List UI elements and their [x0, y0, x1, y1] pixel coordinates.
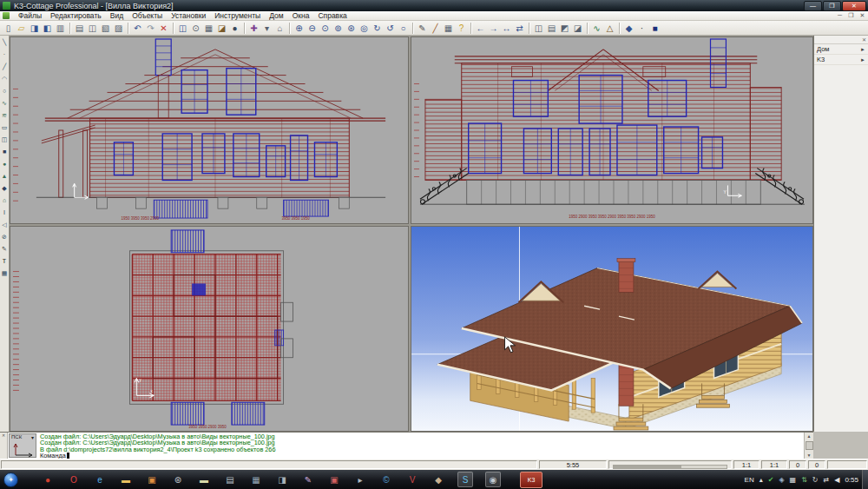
tray-hidden-arrow[interactable]: ▴ [760, 476, 763, 484]
menu-edit[interactable]: Редактировать [46, 11, 106, 21]
app-photo[interactable]: ◨ [275, 472, 289, 486]
menu-settings[interactable]: Установки [167, 11, 210, 21]
app-folder[interactable]: ▬ [119, 472, 133, 486]
app-opera[interactable]: O [67, 472, 81, 486]
app-skype[interactable]: S [457, 472, 473, 487]
viewport-plan[interactable]: y x 3950 3950 2900 3950 [10, 226, 409, 432]
app-v[interactable]: V [405, 472, 419, 486]
arc-tool[interactable]: ◠ [0, 74, 10, 83]
print-preview[interactable]: ◫ [87, 23, 98, 34]
app-chat[interactable]: ◉ [485, 472, 501, 487]
layers[interactable]: ▦ [203, 23, 214, 34]
pan[interactable]: ◎ [358, 23, 370, 34]
title-bar[interactable]: K3-Cottage Professional - [Вилла Виктори… [0, 0, 868, 11]
ucs-dropdown-icon[interactable]: ▾ [31, 434, 34, 440]
app-grid[interactable]: ▦ [249, 472, 263, 486]
move-left[interactable]: ← [475, 23, 486, 34]
page-setup[interactable]: ▥ [55, 23, 66, 34]
menu-objects[interactable]: Объекты [128, 11, 167, 21]
app-play[interactable]: ▸ [353, 472, 367, 486]
app-doc[interactable]: ▤ [223, 472, 237, 486]
materials[interactable]: ◪ [216, 23, 227, 34]
console-close-icon[interactable]: ✕ [0, 433, 8, 459]
active-app-button[interactable]: K3 [520, 472, 542, 488]
table-view[interactable]: ▦ [443, 23, 454, 34]
orbit-view[interactable]: ↺ [385, 23, 396, 34]
beam-tool[interactable]: I [0, 208, 10, 217]
app-copyright[interactable]: © [379, 472, 393, 486]
redo[interactable]: ↷ [145, 23, 156, 34]
pointer-tool[interactable]: ◆ [623, 23, 635, 34]
text-tool[interactable]: T [0, 256, 10, 266]
box-tool[interactable]: ■ [0, 147, 10, 156]
viewport-3d-render[interactable] [411, 226, 813, 432]
taskbar-clock[interactable]: 0:55 [845, 476, 858, 484]
status-slider[interactable] [608, 460, 732, 469]
move-right[interactable]: → [488, 23, 499, 34]
save-all[interactable]: ◧ [42, 23, 53, 34]
tray-sound[interactable]: ◀ [834, 476, 839, 484]
panel-close-icon[interactable]: ✕ [862, 36, 868, 43]
menu-help[interactable]: Справка [313, 11, 351, 21]
spline-tool[interactable]: ∿ [0, 98, 10, 108]
link-objects[interactable]: ∿ [591, 23, 602, 34]
import[interactable]: ▨ [113, 23, 124, 34]
tray-updown[interactable]: ⇅ [801, 476, 807, 484]
zoom-window[interactable]: ⊙ [319, 23, 331, 34]
sphere-tool[interactable]: ● [0, 159, 10, 169]
mdi-close-button[interactable]: ✕ [857, 12, 868, 19]
viewport-rear-elevation[interactable]: Y 1950 2900 3950 3950 2900 3950 3950 290… [411, 36, 813, 224]
wave-tool[interactable]: ≋ [0, 110, 10, 120]
polygon-tool[interactable]: ◫ [0, 135, 10, 144]
app-media[interactable]: ▣ [145, 472, 159, 486]
circle-tool[interactable]: ○ [0, 86, 10, 96]
print[interactable]: ▤ [74, 23, 85, 34]
language-indicator[interactable]: EN [745, 476, 754, 484]
menu-tools[interactable]: Инструменты [210, 11, 265, 21]
redraw[interactable]: ◫ [177, 23, 188, 34]
ucs-box[interactable]: ПСК ▾ [9, 433, 36, 458]
object-tree[interactable]: △ [604, 23, 615, 34]
app-box[interactable]: ▣ [327, 472, 341, 486]
roof-tool[interactable]: ⌂ [0, 195, 10, 205]
show-desktop-button[interactable] [862, 470, 868, 489]
tray-network[interactable]: ⇄ [824, 476, 830, 484]
open-file[interactable]: ▱ [16, 23, 27, 34]
console-log[interactable]: Создан файл: C:\Users\Эдуард\Desktop\Муз… [37, 433, 804, 459]
mdi-restore-button[interactable]: ❐ [845, 12, 857, 19]
export[interactable]: ▧ [100, 23, 111, 34]
close-windows[interactable]: ◪ [572, 23, 583, 34]
cascade-windows[interactable]: ◩ [559, 23, 570, 34]
app-ie[interactable]: e [93, 472, 107, 486]
previous-view[interactable]: ○ [398, 23, 409, 34]
delete[interactable]: ✕ [158, 23, 169, 34]
tray-sync[interactable]: ↻ [812, 476, 819, 484]
undo[interactable]: ↶ [132, 23, 143, 34]
start-button[interactable]: ✦ [3, 472, 18, 487]
new-file[interactable]: ▯ [3, 23, 14, 34]
point-tool[interactable]: · [0, 50, 10, 59]
eraser[interactable]: ╱ [430, 23, 441, 34]
app-pen[interactable]: ✎ [301, 472, 315, 486]
line-tool[interactable]: ╱ [0, 62, 10, 71]
color-swatch[interactable]: ■ [649, 23, 661, 34]
prism-tool[interactable]: ◆ [0, 183, 10, 193]
render-mode[interactable]: ● [229, 23, 240, 34]
app-folder2[interactable]: ▬ [197, 472, 211, 486]
tile-vertical[interactable]: ◫ [533, 23, 544, 34]
pencil[interactable]: ✎ [417, 23, 428, 34]
tile-horizontal[interactable]: ▤ [546, 23, 557, 34]
scroll-up-icon[interactable]: ▲ [807, 433, 812, 439]
zoom-extents[interactable]: ⊛ [345, 23, 357, 34]
maximize-button[interactable]: ❐ [823, 1, 841, 11]
viewport-front-elevation[interactable]: 1950 3950 3950 2900 3950 3950 1950 [10, 36, 409, 224]
app-red[interactable]: ● [41, 472, 55, 486]
app-gear[interactable]: ⊛ [171, 472, 185, 486]
menu-view[interactable]: Вид [106, 11, 128, 21]
snap[interactable]: ✚ [248, 23, 260, 34]
rotate-view[interactable]: ↻ [372, 23, 383, 34]
ucs-tool[interactable]: ⌂ [274, 23, 286, 34]
swap-views[interactable]: ⇄ [514, 23, 525, 34]
scroll-thumb[interactable] [806, 441, 813, 450]
tray-grid[interactable]: ▦ [790, 476, 797, 484]
